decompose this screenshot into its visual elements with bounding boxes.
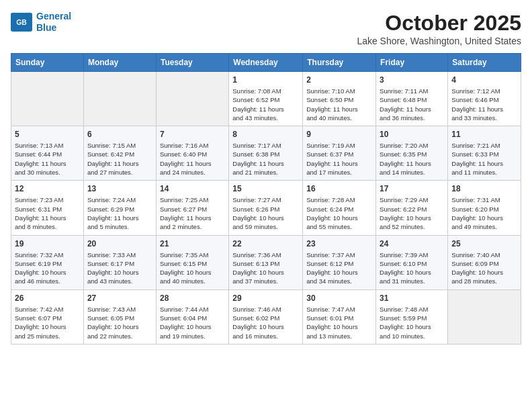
logo: GB General Blue	[11, 11, 71, 34]
day-cell: 11Sunrise: 7:21 AM Sunset: 6:33 PM Dayli…	[448, 126, 521, 181]
month-title: October 2025	[357, 11, 521, 36]
col-saturday: Saturday	[448, 54, 521, 72]
day-number: 5	[15, 130, 80, 139]
day-cell: 13Sunrise: 7:24 AM Sunset: 6:29 PM Dayli…	[83, 181, 156, 235]
week-row-3: 12Sunrise: 7:23 AM Sunset: 6:31 PM Dayli…	[11, 181, 521, 235]
day-info: Sunrise: 7:47 AM Sunset: 6:01 PM Dayligh…	[306, 305, 372, 340]
day-cell: 27Sunrise: 7:43 AM Sunset: 6:05 PM Dayli…	[83, 289, 156, 344]
col-monday: Monday	[83, 54, 156, 72]
day-info: Sunrise: 7:24 AM Sunset: 6:29 PM Dayligh…	[87, 195, 152, 231]
day-info: Sunrise: 7:48 AM Sunset: 5:59 PM Dayligh…	[380, 305, 444, 340]
day-cell: 15Sunrise: 7:27 AM Sunset: 6:26 PM Dayli…	[229, 181, 303, 235]
logo-icon: GB	[11, 13, 32, 32]
day-number: 18	[451, 184, 517, 193]
location: Lake Shore, Washington, United States	[357, 36, 521, 46]
day-number: 29	[232, 293, 299, 303]
calendar-header: Sunday Monday Tuesday Wednesday Thursday…	[11, 54, 521, 72]
day-info: Sunrise: 7:27 AM Sunset: 6:26 PM Dayligh…	[232, 195, 299, 231]
header-row: Sunday Monday Tuesday Wednesday Thursday…	[11, 54, 521, 72]
day-info: Sunrise: 7:35 AM Sunset: 6:15 PM Dayligh…	[160, 250, 225, 286]
day-number: 1	[232, 75, 299, 85]
day-cell: 24Sunrise: 7:39 AM Sunset: 6:10 PM Dayli…	[376, 235, 448, 289]
day-cell: 25Sunrise: 7:40 AM Sunset: 6:09 PM Dayli…	[448, 235, 521, 289]
logo-text: General Blue	[36, 11, 71, 34]
col-wednesday: Wednesday	[229, 54, 303, 72]
day-info: Sunrise: 7:23 AM Sunset: 6:31 PM Dayligh…	[15, 195, 80, 231]
day-number: 31	[380, 293, 444, 303]
day-info: Sunrise: 7:37 AM Sunset: 6:12 PM Dayligh…	[306, 250, 372, 286]
day-number: 27	[87, 293, 152, 303]
day-cell: 3Sunrise: 7:11 AM Sunset: 6:48 PM Daylig…	[376, 72, 448, 126]
day-info: Sunrise: 7:08 AM Sunset: 6:52 PM Dayligh…	[232, 87, 299, 122]
col-friday: Friday	[376, 54, 448, 72]
day-info: Sunrise: 7:19 AM Sunset: 6:37 PM Dayligh…	[306, 141, 372, 177]
day-info: Sunrise: 7:10 AM Sunset: 6:50 PM Dayligh…	[306, 87, 372, 122]
col-tuesday: Tuesday	[156, 54, 228, 72]
day-info: Sunrise: 7:25 AM Sunset: 6:27 PM Dayligh…	[160, 195, 225, 231]
day-info: Sunrise: 7:40 AM Sunset: 6:09 PM Dayligh…	[451, 250, 517, 286]
day-info: Sunrise: 7:42 AM Sunset: 6:07 PM Dayligh…	[15, 305, 80, 340]
day-number: 25	[451, 239, 517, 248]
day-number: 21	[160, 239, 225, 248]
day-number: 13	[87, 184, 152, 193]
day-number: 10	[380, 130, 444, 139]
day-cell: 14Sunrise: 7:25 AM Sunset: 6:27 PM Dayli…	[156, 181, 228, 235]
day-cell: 16Sunrise: 7:28 AM Sunset: 6:24 PM Dayli…	[303, 181, 376, 235]
day-cell	[11, 72, 84, 126]
day-cell: 6Sunrise: 7:15 AM Sunset: 6:42 PM Daylig…	[83, 126, 156, 181]
day-info: Sunrise: 7:44 AM Sunset: 6:04 PM Dayligh…	[160, 305, 225, 340]
day-cell: 1Sunrise: 7:08 AM Sunset: 6:52 PM Daylig…	[229, 72, 303, 126]
title-block: October 2025 Lake Shore, Washington, Uni…	[357, 11, 521, 46]
day-info: Sunrise: 7:32 AM Sunset: 6:19 PM Dayligh…	[15, 250, 80, 286]
day-number: 19	[15, 239, 80, 248]
col-thursday: Thursday	[303, 54, 376, 72]
day-number: 12	[15, 184, 80, 193]
day-info: Sunrise: 7:16 AM Sunset: 6:40 PM Dayligh…	[160, 141, 225, 177]
day-info: Sunrise: 7:33 AM Sunset: 6:17 PM Dayligh…	[87, 250, 152, 286]
day-info: Sunrise: 7:31 AM Sunset: 6:20 PM Dayligh…	[451, 195, 517, 231]
day-number: 17	[380, 184, 444, 193]
day-info: Sunrise: 7:17 AM Sunset: 6:38 PM Dayligh…	[232, 141, 299, 177]
day-cell: 4Sunrise: 7:12 AM Sunset: 6:46 PM Daylig…	[448, 72, 521, 126]
day-cell: 2Sunrise: 7:10 AM Sunset: 6:50 PM Daylig…	[303, 72, 376, 126]
day-cell: 9Sunrise: 7:19 AM Sunset: 6:37 PM Daylig…	[303, 126, 376, 181]
day-number: 23	[306, 239, 372, 248]
day-cell: 22Sunrise: 7:36 AM Sunset: 6:13 PM Dayli…	[229, 235, 303, 289]
day-cell: 30Sunrise: 7:47 AM Sunset: 6:01 PM Dayli…	[303, 289, 376, 344]
day-info: Sunrise: 7:43 AM Sunset: 6:05 PM Dayligh…	[87, 305, 152, 340]
day-number: 16	[306, 184, 372, 193]
day-number: 2	[306, 75, 372, 85]
day-number: 15	[232, 184, 299, 193]
week-row-2: 5Sunrise: 7:13 AM Sunset: 6:44 PM Daylig…	[11, 126, 521, 181]
day-cell: 5Sunrise: 7:13 AM Sunset: 6:44 PM Daylig…	[11, 126, 84, 181]
day-info: Sunrise: 7:13 AM Sunset: 6:44 PM Dayligh…	[15, 141, 80, 177]
day-number: 4	[451, 75, 517, 85]
day-info: Sunrise: 7:20 AM Sunset: 6:35 PM Dayligh…	[380, 141, 444, 177]
day-number: 8	[232, 130, 299, 139]
day-number: 7	[160, 130, 225, 139]
day-cell: 10Sunrise: 7:20 AM Sunset: 6:35 PM Dayli…	[376, 126, 448, 181]
day-info: Sunrise: 7:28 AM Sunset: 6:24 PM Dayligh…	[306, 195, 372, 231]
day-number: 6	[87, 130, 152, 139]
day-cell: 18Sunrise: 7:31 AM Sunset: 6:20 PM Dayli…	[448, 181, 521, 235]
day-info: Sunrise: 7:15 AM Sunset: 6:42 PM Dayligh…	[87, 141, 152, 177]
day-number: 22	[232, 239, 299, 248]
day-info: Sunrise: 7:12 AM Sunset: 6:46 PM Dayligh…	[451, 87, 517, 122]
day-info: Sunrise: 7:39 AM Sunset: 6:10 PM Dayligh…	[380, 250, 444, 286]
week-row-5: 26Sunrise: 7:42 AM Sunset: 6:07 PM Dayli…	[11, 289, 521, 344]
day-info: Sunrise: 7:21 AM Sunset: 6:33 PM Dayligh…	[451, 141, 517, 177]
day-number: 20	[87, 239, 152, 248]
day-number: 14	[160, 184, 225, 193]
svg-text:GB: GB	[16, 18, 27, 26]
day-info: Sunrise: 7:11 AM Sunset: 6:48 PM Dayligh…	[380, 87, 444, 122]
day-info: Sunrise: 7:36 AM Sunset: 6:13 PM Dayligh…	[232, 250, 299, 286]
day-cell: 20Sunrise: 7:33 AM Sunset: 6:17 PM Dayli…	[83, 235, 156, 289]
day-cell: 17Sunrise: 7:29 AM Sunset: 6:22 PM Dayli…	[376, 181, 448, 235]
day-cell: 8Sunrise: 7:17 AM Sunset: 6:38 PM Daylig…	[229, 126, 303, 181]
page-header: GB General Blue October 2025 Lake Shore,…	[11, 11, 521, 46]
day-cell: 7Sunrise: 7:16 AM Sunset: 6:40 PM Daylig…	[156, 126, 228, 181]
calendar-table: Sunday Monday Tuesday Wednesday Thursday…	[11, 53, 521, 345]
day-info: Sunrise: 7:29 AM Sunset: 6:22 PM Dayligh…	[380, 195, 444, 231]
day-cell	[156, 72, 228, 126]
day-cell: 29Sunrise: 7:46 AM Sunset: 6:02 PM Dayli…	[229, 289, 303, 344]
